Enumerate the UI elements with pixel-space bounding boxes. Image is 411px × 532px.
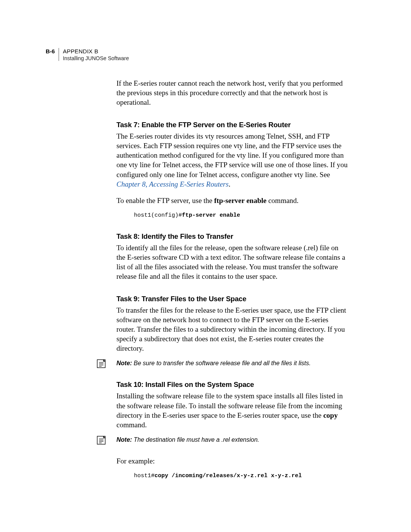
task7-text-a: The E-series router divides its vty reso… <box>116 132 348 178</box>
chapter8-link[interactable]: Chapter 8, Accessing E-Series Routers <box>116 180 229 188</box>
page-number: B-6 <box>46 48 59 54</box>
header-divider <box>59 48 59 61</box>
note-body: The destination file must have a .rel ex… <box>132 436 259 443</box>
task8-heading: Task 8: Identify the Files to Transfer <box>116 232 349 241</box>
note-label: Note: <box>116 436 132 443</box>
code-prompt: host1(config)# <box>134 212 182 219</box>
task9-heading: Task 9: Transfer Files to the User Space <box>116 295 349 303</box>
note-icon <box>96 358 107 369</box>
header-text-block: APPENDIX B Installing JUNOSe Software <box>63 48 129 61</box>
page-header: B-6 APPENDIX B Installing JUNOSe Softwar… <box>46 48 129 61</box>
task7-text-2b: command. <box>266 197 298 204</box>
task7-text-b: . <box>229 180 231 188</box>
note-text: Note: The destination file must have a .… <box>116 436 259 443</box>
task10-text-a: Installing the software release file to … <box>116 392 343 419</box>
task10-note: Note: The destination file must have a .… <box>116 436 349 443</box>
task7-text-2a: To enable the FTP server, use the <box>116 197 214 204</box>
code-prompt: host1# <box>134 473 155 479</box>
task10-cmd-inline: copy <box>323 411 338 419</box>
code-command: copy /incoming/releases/x-y-z.rel x-y-z.… <box>155 473 302 479</box>
note-label: Note: <box>116 360 132 366</box>
code-command: ftp-server enable <box>182 212 240 219</box>
task7-paragraph1: The E-series router divides its vty reso… <box>116 131 349 189</box>
content-column: If the E-series router cannot reach the … <box>116 78 349 479</box>
task9-paragraph: To transfer the files for the release to… <box>116 305 349 353</box>
task7-paragraph2: To enable the FTP server, use the ftp-se… <box>116 196 349 205</box>
appendix-label: APPENDIX B <box>63 48 129 54</box>
task10-paragraph1: Installing the software release file to … <box>116 391 349 429</box>
task8-paragraph: To identify all the files for the releas… <box>116 243 349 281</box>
task7-heading: Task 7: Enable the FTP Server on the E-S… <box>116 121 349 129</box>
task10-text-b: command. <box>116 421 147 429</box>
note-body: Be sure to transfer the software release… <box>132 360 311 366</box>
task7-cmd-inline: ftp-server enable <box>214 197 266 204</box>
appendix-subtitle: Installing JUNOSe Software <box>63 55 129 61</box>
intro-paragraph: If the E-series router cannot reach the … <box>116 78 349 107</box>
note-icon <box>96 435 107 446</box>
task9-note: Note: Be sure to transfer the software r… <box>116 360 349 367</box>
task7-code: host1(config)#ftp-server enable <box>134 212 349 219</box>
task10-code: host1#copy /incoming/releases/x-y-z.rel … <box>134 473 349 479</box>
page: B-6 APPENDIX B Installing JUNOSe Softwar… <box>0 0 411 532</box>
task10-heading: Task 10: Install Files on the System Spa… <box>116 380 349 389</box>
note-text: Note: Be sure to transfer the software r… <box>116 360 311 366</box>
task10-paragraph2: For example: <box>116 456 349 466</box>
